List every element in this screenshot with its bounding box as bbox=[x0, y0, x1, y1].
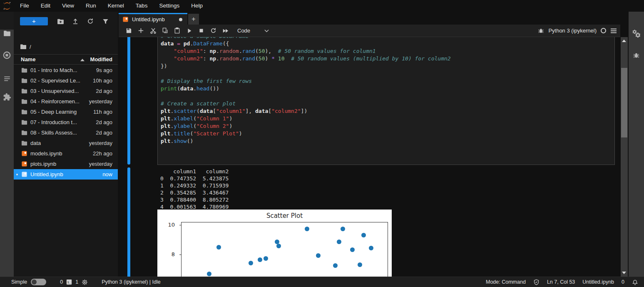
file-row-models-ipynb[interactable]: models.ipynb22h ago bbox=[14, 148, 118, 159]
new-launcher-button[interactable]: + bbox=[20, 17, 48, 25]
terminals-count[interactable]: 0 bbox=[60, 279, 63, 285]
file-modified: 10h ago bbox=[93, 77, 112, 84]
folder-icon bbox=[21, 109, 27, 115]
save-icon[interactable] bbox=[123, 25, 135, 36]
stop-icon[interactable] bbox=[195, 25, 207, 36]
scatter-point bbox=[337, 240, 341, 244]
file-row-02-supervised-le-[interactable]: 02 - Supervised Le...10h ago bbox=[14, 75, 118, 86]
column-header-name[interactable]: Name bbox=[21, 56, 35, 62]
file-modified: now bbox=[102, 171, 112, 177]
tab-label: Untitled.ipynb bbox=[132, 16, 165, 22]
plot-title: Scatter Plot bbox=[181, 212, 388, 220]
terminal-icon[interactable]: $_ bbox=[66, 279, 72, 285]
file-browser-icon[interactable] bbox=[0, 30, 14, 37]
file-modified: 9s ago bbox=[96, 67, 112, 73]
toolbar-menu-icon[interactable] bbox=[610, 28, 617, 34]
menu-view[interactable]: View bbox=[56, 0, 80, 12]
file-modified: 2d ago bbox=[96, 119, 112, 125]
kernel-chip-icon[interactable] bbox=[82, 279, 88, 285]
paste-icon[interactable] bbox=[171, 25, 183, 36]
menu-tabs[interactable]: Tabs bbox=[130, 0, 154, 12]
file-row-untitled-ipynb[interactable]: Untitled.ipynbnow bbox=[14, 169, 118, 180]
file-modified: yesterday bbox=[89, 98, 112, 105]
unsaved-changes-dot bbox=[16, 174, 18, 175]
file-browser-panel: + / Name Modified 01 - Intro to Mach...9… bbox=[14, 12, 118, 277]
file-row-05-deep-learning[interactable]: 05 - Deep Learning11h ago bbox=[14, 107, 118, 117]
restart-icon[interactable] bbox=[207, 25, 219, 36]
chevron-down-icon bbox=[264, 29, 269, 32]
add-cell-icon[interactable] bbox=[135, 25, 147, 36]
file-browser-toolbar: + bbox=[14, 15, 118, 27]
filter-icon[interactable] bbox=[98, 17, 113, 26]
scrollbar-down-arrow[interactable] bbox=[622, 272, 626, 274]
y-tick-label: 10 bbox=[162, 222, 175, 228]
folder-icon bbox=[21, 130, 27, 136]
file-list-header: Name Modified bbox=[14, 54, 118, 65]
kernels-count[interactable]: 1 bbox=[75, 279, 78, 285]
file-name: Untitled.ipynb bbox=[30, 171, 63, 177]
simple-mode-toggle[interactable] bbox=[31, 279, 46, 285]
notebook-toolbar: Code Python 3 (ipykernel) bbox=[119, 25, 620, 37]
scatter-point bbox=[358, 262, 362, 267]
dataframe-text-output: column1 column2 0 0.747352 5.423875 1 0.… bbox=[160, 168, 229, 210]
file-row-03-unsupervised-[interactable]: 03 - Unsupervised...2d ago bbox=[14, 86, 118, 96]
scrollbar-thumb[interactable] bbox=[621, 68, 627, 137]
file-modified: 2d ago bbox=[96, 130, 112, 136]
upload-icon[interactable] bbox=[68, 17, 83, 26]
column-header-modified[interactable]: Modified bbox=[90, 56, 112, 62]
unsaved-changes-dot bbox=[179, 18, 182, 21]
bell-icon[interactable] bbox=[632, 279, 638, 285]
notebook-scrollbar[interactable] bbox=[621, 37, 628, 277]
run-icon[interactable] bbox=[183, 25, 195, 36]
kernel-status-text[interactable]: Python 3 (ipykernel) | Idle bbox=[102, 279, 161, 285]
mode-indicator: Mode: Command bbox=[486, 279, 526, 285]
file-name: 01 - Intro to Mach... bbox=[30, 67, 77, 73]
new-tab-button[interactable]: + bbox=[188, 14, 199, 25]
kernel-name-button[interactable]: Python 3 (ipykernel) bbox=[548, 27, 597, 34]
scatter-point bbox=[258, 257, 262, 262]
file-name: plots.ipynb bbox=[30, 161, 56, 167]
file-row-04-reinforcemen-[interactable]: 04 - Reinforcemen...yesterday bbox=[14, 96, 118, 107]
cell-output-collapser[interactable] bbox=[127, 167, 130, 277]
file-row-data[interactable]: datayesterday bbox=[14, 138, 118, 148]
file-row-plots-ipynb[interactable]: plots.ipynbyesterday bbox=[14, 159, 118, 169]
property-inspector-gears-icon[interactable] bbox=[629, 30, 644, 38]
notifications-count[interactable]: 0 bbox=[622, 279, 624, 285]
debugger-bug-icon[interactable] bbox=[629, 52, 644, 59]
y-tick-label: 8 bbox=[162, 251, 175, 257]
menu-items: FileEditViewRunKernelTabsSettingsHelp bbox=[14, 0, 209, 12]
extensions-icon[interactable] bbox=[0, 93, 14, 101]
cell-input-collapser[interactable] bbox=[127, 37, 130, 165]
folder-icon bbox=[21, 140, 27, 147]
file-name: models.ipynb bbox=[30, 150, 62, 157]
cursor-position[interactable]: Ln 7, Col 53 bbox=[547, 279, 575, 285]
cut-icon[interactable] bbox=[147, 25, 159, 36]
running-kernels-icon[interactable] bbox=[0, 51, 14, 59]
menu-kernel[interactable]: Kernel bbox=[102, 0, 130, 12]
file-row-07-introduction-t-[interactable]: 07 - Introduction t...2d ago bbox=[14, 117, 118, 127]
menu-edit[interactable]: Edit bbox=[35, 0, 56, 12]
menu-settings[interactable]: Settings bbox=[153, 0, 185, 12]
new-folder-icon[interactable] bbox=[53, 17, 68, 26]
menu-run[interactable]: Run bbox=[80, 0, 102, 12]
folder-icon bbox=[20, 43, 27, 50]
right-activity-bar bbox=[629, 12, 644, 277]
scrollbar-up-arrow[interactable] bbox=[622, 40, 626, 42]
file-row-08-skills-assess-[interactable]: 08 - Skills Assess...2d ago bbox=[14, 127, 118, 138]
tab-untitled-notebook[interactable]: Untitled.ipynb bbox=[119, 13, 187, 25]
folder-icon bbox=[21, 67, 27, 74]
notebook-icon bbox=[122, 16, 129, 22]
run-all-icon[interactable] bbox=[219, 25, 231, 36]
copy-icon[interactable] bbox=[159, 25, 171, 36]
file-row-01-intro-to-mach-[interactable]: 01 - Intro to Mach...9s ago bbox=[14, 65, 118, 75]
menu-help[interactable]: Help bbox=[185, 0, 209, 12]
code-cell-editor[interactable]: import numpy as np # Create a sample Dat… bbox=[157, 37, 615, 165]
menu-file[interactable]: File bbox=[14, 0, 35, 12]
refresh-icon[interactable] bbox=[83, 17, 98, 26]
file-modified: 11h ago bbox=[93, 109, 112, 115]
table-of-contents-icon[interactable] bbox=[0, 75, 14, 82]
cell-type-dropdown[interactable]: Code bbox=[237, 27, 269, 34]
breadcrumb[interactable]: / bbox=[20, 43, 31, 50]
debugger-bug-icon[interactable] bbox=[538, 27, 544, 34]
code-content: import numpy as np # Create a sample Dat… bbox=[161, 37, 614, 145]
